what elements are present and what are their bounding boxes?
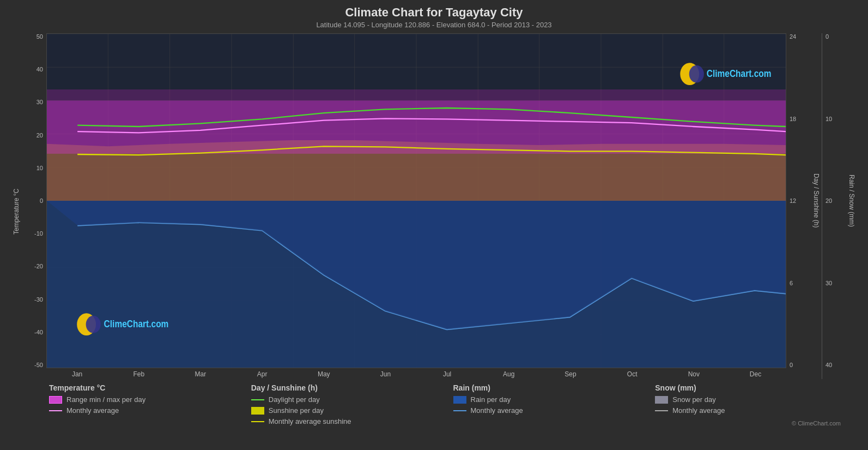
legend-item-temp-range: Range min / max per day — [49, 395, 240, 404]
legend-section-snow: Snow (mm) Snow per day Monthly average ©… — [650, 383, 852, 442]
x-month-sep: Sep — [539, 370, 601, 379]
legend-area: Temperature °C Range min / max per day M… — [11, 379, 857, 445]
x-month-dec: Dec — [725, 370, 786, 379]
legend-section-temperature: Temperature °C Range min / max per day M… — [44, 383, 246, 442]
y-axis-right-rain-label: Rain / Snow (mm) — [846, 33, 857, 379]
x-month-may: May — [293, 370, 355, 379]
svg-point-29 — [86, 316, 101, 333]
y-axis-left-label: Temperature °C — [11, 33, 22, 379]
copyright: © ClimeChart.com — [655, 420, 846, 428]
legend-item-snow-monthly: Monthly average — [655, 406, 846, 415]
svg-text:ClimeChart.com: ClimeChart.com — [707, 68, 772, 79]
legend-section-sunshine: Day / Sunshine (h) Daylight per day Suns… — [246, 383, 448, 442]
main-chart-svg: ClimeChart.com ClimeChart.com — [47, 34, 786, 368]
x-month-feb: Feb — [108, 370, 169, 379]
legend-section-rain: Rain (mm) Rain per day Monthly average — [448, 383, 650, 442]
legend-icon-snow — [655, 396, 668, 404]
legend-line-rain-monthly — [453, 410, 466, 411]
legend-item-sunshine-box: Sunshine per day — [251, 406, 442, 415]
x-month-jul: Jul — [416, 370, 478, 379]
legend-item-snow-box: Snow per day — [655, 395, 846, 404]
legend-line-daylight — [251, 399, 264, 400]
legend-title-temperature: Temperature °C — [49, 383, 240, 392]
legend-item-sunshine-monthly: Monthly average sunshine — [251, 417, 442, 425]
y-axis-left: 50 40 30 20 10 0 -10 -20 -30 -40 -50 — [22, 33, 46, 379]
legend-icon-sunshine — [251, 407, 264, 415]
x-month-jun: Jun — [355, 370, 416, 379]
chart-subtitle: Latitude 14.095 - Longitude 120.886 - El… — [11, 21, 857, 29]
chart-canvas-wrapper: ClimeChart.com ClimeChart.com Jan Feb Ma… — [46, 33, 786, 379]
x-axis: Jan Feb Mar Apr May Jun Jul Aug Sep Oct … — [46, 368, 786, 379]
chart-header: Climate Chart for Tagaytay City Latitude… — [11, 5, 857, 29]
legend-title-sunshine: Day / Sunshine (h) — [251, 383, 442, 392]
legend-icon-temp-range — [49, 396, 62, 404]
y-axis-right-sunshine: 24 18 12 6 0 — [786, 33, 811, 379]
page-wrapper: Climate Chart for Tagaytay City Latitude… — [0, 0, 868, 450]
legend-line-sunshine-monthly — [251, 421, 264, 422]
x-month-nov: Nov — [663, 370, 725, 379]
chart-title: Climate Chart for Tagaytay City — [11, 5, 857, 20]
legend-line-snow-monthly — [655, 410, 668, 411]
legend-item-rain-monthly: Monthly average — [453, 406, 645, 415]
x-month-jan: Jan — [46, 370, 108, 379]
legend-title-rain: Rain (mm) — [453, 383, 645, 392]
chart-area: Temperature °C 50 40 30 20 10 0 -10 -20 … — [11, 33, 857, 379]
x-month-apr: Apr — [232, 370, 293, 379]
x-month-oct: Oct — [602, 370, 663, 379]
legend-line-temp-monthly — [49, 410, 62, 411]
x-month-mar: Mar — [169, 370, 231, 379]
svg-text:ClimeChart.com: ClimeChart.com — [104, 319, 169, 329]
legend-title-snow: Snow (mm) — [655, 383, 846, 392]
svg-point-32 — [689, 65, 704, 83]
y-axis-right-rain: 0 10 20 30 40 — [822, 33, 846, 379]
legend-item-temp-monthly: Monthly average — [49, 406, 240, 415]
chart-canvas: ClimeChart.com ClimeChart.com — [46, 33, 786, 368]
legend-item-rain-box: Rain per day — [453, 395, 645, 404]
legend-item-daylight: Daylight per day — [251, 395, 442, 404]
legend-icon-rain — [453, 396, 466, 404]
y-axis-right-sunshine-label: Day / Sunshine (h) — [811, 33, 822, 379]
x-month-aug: Aug — [478, 370, 539, 379]
